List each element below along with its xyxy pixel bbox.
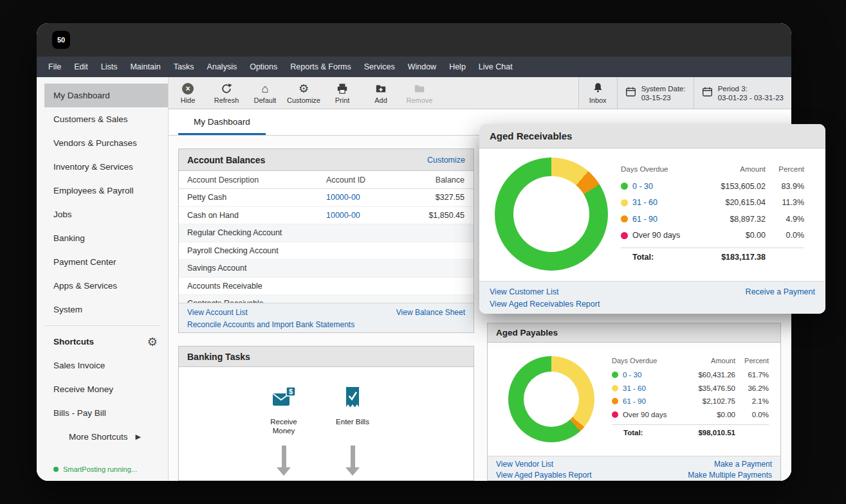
- legend-row: 0 - 30 $153,605.02 83.9%: [621, 178, 804, 195]
- aged-receivables-panel: Aged Receivables Days Overdue Amount Per…: [479, 124, 825, 314]
- view-customer-list-link[interactable]: View Customer List: [490, 286, 600, 298]
- banking-tasks-panel: Banking Tasks $: [178, 346, 474, 481]
- remove-label: Remove: [407, 96, 433, 104]
- account-balances-customize-link[interactable]: Customize: [427, 156, 465, 165]
- sidebar-item-inventory-services[interactable]: Inventory & Services: [37, 155, 168, 179]
- account-description: Savings Account: [179, 264, 320, 273]
- period-label: Period 3:: [718, 85, 748, 93]
- shortcut-sales-invoice[interactable]: Sales Invoice: [37, 354, 168, 377]
- bucket-percent: 2.1%: [735, 397, 769, 405]
- age-bucket-link[interactable]: 61 - 90: [632, 215, 657, 224]
- flow-arrow-down-icon: [276, 446, 291, 476]
- view-account-list-link[interactable]: View Account List: [187, 307, 354, 319]
- table-row: Savings Account: [179, 260, 474, 278]
- make-a-payment-link[interactable]: Make a Payment: [688, 459, 772, 470]
- banking-tasks-body: $ Receive Money: [179, 367, 474, 480]
- menu-item-window[interactable]: Window: [401, 57, 443, 77]
- default-button[interactable]: ⌂ Default: [246, 77, 284, 109]
- account-description: Cash on Hand: [179, 211, 320, 220]
- refresh-button[interactable]: Refresh: [207, 77, 246, 109]
- age-bucket-link[interactable]: 0 - 30: [623, 371, 641, 379]
- shortcut-bills-pay-bill[interactable]: Bills - Pay Bill: [37, 401, 168, 425]
- legend-dot-icon: [612, 398, 618, 404]
- remove-button[interactable]: Remove: [400, 77, 439, 109]
- menu-item-live-chat[interactable]: Live Chat: [472, 57, 519, 77]
- sidebar-item-my-dashboard[interactable]: My Dashboard: [44, 84, 168, 107]
- menu-item-services[interactable]: Services: [358, 57, 401, 77]
- add-folder-icon: [375, 82, 387, 95]
- enter-bills-task[interactable]: Enter Bills: [326, 385, 380, 426]
- shortcut-receive-money[interactable]: Receive Money: [37, 377, 168, 401]
- aged-receivables-footer: View Customer List View Aged Receivables…: [479, 281, 825, 314]
- table-header-row: Account Description Account ID Balance: [179, 171, 474, 189]
- menu-item-analysis[interactable]: Analysis: [201, 57, 244, 77]
- aged-receivables-legend: Days Overdue Amount Percent 0 - 30 $153,…: [621, 165, 813, 262]
- menu-item-options[interactable]: Options: [243, 57, 284, 77]
- age-bucket-link[interactable]: 0 - 30: [632, 182, 653, 191]
- account-id-link[interactable]: 10000-00: [326, 193, 360, 202]
- sidebar-item-payment-center[interactable]: Payment Center: [37, 250, 168, 274]
- reconcile-accounts-link[interactable]: Reconcile Accounts and Import Bank State…: [187, 319, 354, 331]
- view-aged-receivables-report-link[interactable]: View Aged Receivables Report: [490, 298, 600, 310]
- account-balance: $1,850.45: [389, 211, 474, 220]
- default-label: Default: [254, 96, 277, 104]
- col-account-id: Account ID: [320, 176, 389, 184]
- sidebar-item-jobs[interactable]: Jobs: [37, 203, 168, 226]
- menu-item-reports-forms[interactable]: Reports & Forms: [284, 57, 357, 77]
- sidebar-item-customers-sales[interactable]: Customers & Sales: [37, 107, 168, 131]
- remove-folder-icon: [414, 82, 425, 95]
- tab-my-dashboard[interactable]: My Dashboard: [178, 109, 266, 135]
- account-id-link[interactable]: 10000-00: [326, 211, 360, 220]
- period-control[interactable]: Period 3: 03-01-23 - 03-31-23: [694, 77, 791, 109]
- sidebar-item-vendors-purchases[interactable]: Vendors & Purchases: [37, 131, 168, 155]
- receive-money-label: Receive Money: [263, 417, 304, 435]
- inbox-button[interactable]: Inbox: [578, 77, 617, 109]
- total-amount: $98,010.51: [674, 429, 735, 437]
- table-row: Cash on Hand 10000-00 $1,850.45: [179, 207, 474, 225]
- table-row: Payroll Checking Account: [179, 242, 474, 260]
- account-description: Regular Checking Account: [179, 228, 320, 237]
- menu-item-edit[interactable]: Edit: [68, 57, 95, 77]
- hide-button[interactable]: × Hide: [169, 77, 207, 109]
- legend-dot-icon: [612, 372, 618, 378]
- status-text: SmartPosting running...: [63, 465, 137, 473]
- menu-item-file[interactable]: File: [42, 57, 68, 77]
- bucket-amount: $35,476.50: [674, 384, 735, 392]
- sidebar-item-apps-services[interactable]: Apps & Services: [37, 274, 168, 298]
- add-button[interactable]: Add: [362, 77, 400, 109]
- sidebar-item-employees-payroll[interactable]: Employees & Payroll: [37, 179, 168, 203]
- menu-item-help[interactable]: Help: [443, 57, 472, 77]
- total-amount: $183,117.38: [688, 253, 766, 262]
- menu-item-tasks[interactable]: Tasks: [167, 57, 201, 77]
- toolbar: × Hide Refresh ⌂ Default ⚙: [169, 77, 791, 109]
- view-balance-sheet-link[interactable]: View Balance Sheet: [396, 307, 465, 319]
- sidebar-item-banking[interactable]: Banking: [37, 226, 168, 250]
- bucket-percent: 11.3%: [766, 198, 804, 207]
- account-balances-header: Account Balances Customize: [179, 149, 474, 171]
- receive-money-task[interactable]: $ Receive Money: [257, 385, 311, 435]
- menu-item-maintain[interactable]: Maintain: [124, 57, 167, 77]
- more-shortcuts[interactable]: More Shortcuts ▶: [37, 425, 168, 449]
- view-vendor-list-link[interactable]: View Vendor List: [496, 459, 592, 470]
- customize-label: Customize: [287, 96, 320, 104]
- age-bucket-link[interactable]: 31 - 60: [632, 198, 657, 207]
- legend-dot-icon: [612, 411, 618, 418]
- col-days-overdue: Days Overdue: [612, 357, 674, 364]
- aged-receivables-title: Aged Receivables: [490, 130, 572, 141]
- receive-a-payment-link[interactable]: Receive a Payment: [746, 286, 815, 298]
- make-multiple-payments-link[interactable]: Make Multiple Payments: [688, 470, 772, 481]
- shortcuts-gear-icon[interactable]: ⚙: [147, 336, 158, 348]
- col-days-overdue: Days Overdue: [621, 165, 688, 173]
- shortcuts-label: Shortcuts: [53, 337, 94, 346]
- view-aged-payables-report-link[interactable]: View Aged Payables Report: [496, 470, 592, 481]
- menu-item-lists[interactable]: Lists: [95, 57, 124, 77]
- print-button[interactable]: Print: [323, 77, 362, 109]
- system-date-control[interactable]: System Date: 03-15-23: [617, 77, 694, 109]
- age-bucket-link[interactable]: 61 - 90: [623, 397, 646, 405]
- col-account-description: Account Description: [179, 176, 320, 184]
- age-bucket-link[interactable]: 31 - 60: [623, 384, 646, 392]
- customize-button[interactable]: ⚙ Customize: [284, 77, 323, 109]
- more-shortcuts-label: More Shortcuts: [69, 432, 128, 442]
- sidebar-item-system[interactable]: System: [37, 298, 168, 321]
- legend-row: Over 90 days $0.00 0.0%: [612, 408, 769, 422]
